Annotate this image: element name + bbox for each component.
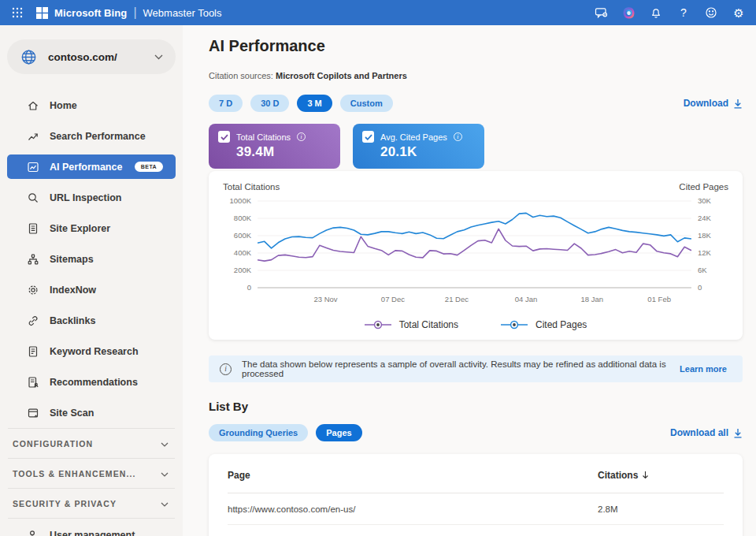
sidebar-section-security-privacy[interactable]: SECURITY & PRIVACY (8, 488, 175, 518)
sidebar-item-user-management[interactable]: User management (8, 518, 175, 536)
svg-text:07 Dec: 07 Dec (381, 295, 405, 303)
feedback-icon[interactable] (593, 5, 609, 20)
sidebar-item-indexnow[interactable]: IndexNow (0, 274, 183, 305)
sidebar-item-backlinks[interactable]: Backlinks (0, 305, 183, 336)
metric-label: Total Citations (236, 132, 291, 142)
info-icon[interactable]: i (454, 132, 462, 141)
download-button[interactable]: Download (684, 98, 743, 109)
site-selector[interactable]: contoso.com/ (7, 39, 176, 74)
download-all-button[interactable]: Download all (670, 427, 743, 438)
tab-pages[interactable]: Pages (316, 424, 361, 441)
total-citations-checkbox[interactable] (218, 131, 230, 143)
sidebar-section-tools-enhancements[interactable]: TOOLS & ENHANCEMEN... (8, 458, 175, 488)
microsoft-logo-icon (36, 7, 48, 19)
page-url[interactable]: https://www.contoso.com/en-us/ (228, 504, 598, 514)
info-icon[interactable]: i (297, 132, 306, 141)
right-axis-title: Cited Pages (679, 182, 728, 192)
banner-text: The data shown below represents a sample… (242, 359, 669, 378)
metric-label: Avg. Cited Pages (380, 132, 447, 142)
chevron-down-icon (161, 439, 169, 449)
product-title[interactable]: Webmaster Tools (143, 7, 222, 19)
left-axis-title: Total Citations (223, 182, 280, 192)
filter-custom[interactable]: Custom (340, 95, 393, 112)
sidebar-item-label: Home (50, 100, 77, 111)
sidebar-item-ai-performance[interactable]: AI Performance BETA (7, 154, 176, 179)
citations-value: 2.8M (598, 504, 724, 514)
beta-badge: BETA (135, 162, 163, 172)
svg-text:04 Jan: 04 Jan (515, 295, 538, 303)
legend-item[interactable]: Total Citations (365, 319, 458, 330)
filter-7d[interactable]: 7 D (209, 95, 243, 112)
svg-text:0: 0 (247, 284, 251, 292)
chevron-down-icon (161, 469, 169, 478)
column-citations-label: Citations (598, 470, 638, 481)
chevron-down-icon (154, 54, 163, 60)
sidebar: contoso.com/ Home Search Performance AI … (0, 25, 183, 536)
list-by-title: List By (209, 400, 743, 413)
svg-text:18K: 18K (698, 232, 712, 240)
brand-separator: | (133, 6, 136, 20)
notifications-bell-icon[interactable] (648, 5, 664, 20)
citation-sources-label: Citation sources: (209, 71, 273, 80)
waffle-menu-icon[interactable] (9, 5, 25, 20)
column-page[interactable]: Page (228, 470, 598, 481)
filter-3m[interactable]: 3 M (297, 95, 332, 112)
site-name: contoso.com/ (48, 51, 117, 63)
copilot-icon[interactable] (621, 5, 636, 20)
avg-cited-pages-checkbox[interactable] (362, 131, 374, 143)
citation-sources-value: Microsoft Copilots and Partners (276, 71, 407, 80)
svg-text:6K: 6K (698, 266, 707, 275)
sidebar-item-sitemaps[interactable]: Sitemaps (0, 244, 183, 274)
sidebar-item-label: Keyword Research (50, 346, 139, 357)
sidebar-item-recommendations[interactable]: Recommendations (0, 367, 183, 397)
download-label: Download (684, 98, 728, 109)
sidebar-item-search-performance[interactable]: Search Performance (0, 121, 183, 151)
sidebar-item-site-scan[interactable]: Site Scan (0, 397, 183, 428)
sidebar-item-home[interactable]: Home (0, 90, 183, 121)
legend-label: Cited Pages (536, 319, 587, 330)
sidebar-item-site-explorer[interactable]: Site Explorer (0, 213, 183, 244)
filter-30d[interactable]: 30 D (250, 95, 289, 112)
info-icon: i (220, 363, 232, 375)
svg-text:400K: 400K (234, 249, 252, 258)
chart-legend: Total CitationsCited Pages (221, 319, 730, 330)
time-filter-row: 7 D 30 D 3 M Custom Download (209, 95, 743, 112)
avg-cited-pages-card[interactable]: Avg. Cited Pages i 20.1K (353, 124, 484, 169)
svg-text:30K: 30K (698, 197, 712, 206)
sidebar-nav: Home Search Performance AI Performance B… (0, 84, 183, 428)
pages-table: Page Citations https://www.contoso.com/e… (209, 454, 743, 536)
total-citations-card[interactable]: Total Citations i 39.4M (209, 124, 340, 169)
svg-text:21 Dec: 21 Dec (445, 295, 469, 303)
sidebar-item-url-inspection[interactable]: URL Inspection (0, 182, 183, 213)
table-row: https://www.contoso.com/fr-fr/ 1.5M (228, 525, 724, 536)
learn-more-link[interactable]: Learn more (680, 364, 727, 374)
sidebar-section-configuration[interactable]: CONFIGURATION (8, 428, 175, 458)
section-label: SECURITY & PRIVACY (13, 499, 117, 508)
info-banner: i The data shown below represents a samp… (209, 355, 743, 382)
sidebar-item-label: Site Scan (50, 408, 94, 419)
column-citations-sort[interactable]: Citations (598, 470, 724, 481)
brand-title[interactable]: Microsoft Bing (54, 7, 127, 19)
sidebar-item-label: Backlinks (50, 315, 95, 326)
svg-text:1000K: 1000K (230, 197, 252, 206)
svg-text:12K: 12K (698, 249, 712, 258)
download-icon (733, 428, 743, 438)
svg-text:200K: 200K (234, 266, 252, 275)
citations-chart-plot[interactable]: 00200K6K400K12K600K18K800K24K1000K30K23 … (221, 195, 730, 311)
sidebar-item-label: URL Inspection (50, 192, 121, 203)
smiley-feedback-icon[interactable] (703, 5, 719, 20)
table-row: https://www.contoso.com/en-us/ 2.8M (228, 493, 724, 525)
download-all-label: Download all (670, 427, 728, 438)
sidebar-item-keyword-research[interactable]: Keyword Research (0, 336, 183, 367)
settings-gear-icon[interactable]: ⚙ (731, 5, 747, 20)
legend-item[interactable]: Cited Pages (501, 319, 587, 330)
tab-grounding-queries[interactable]: Grounding Queries (209, 424, 308, 441)
sidebar-item-label: IndexNow (50, 285, 96, 296)
legend-marker-icon (365, 320, 391, 329)
metric-cards: Total Citations i 39.4M Avg. Cited Pages… (209, 124, 743, 169)
svg-text:01 Feb: 01 Feb (647, 295, 671, 303)
sidebar-item-label: User management (50, 530, 135, 536)
help-icon[interactable]: ? (676, 5, 691, 20)
chevron-down-icon (161, 499, 169, 508)
sort-desc-icon (642, 471, 649, 479)
